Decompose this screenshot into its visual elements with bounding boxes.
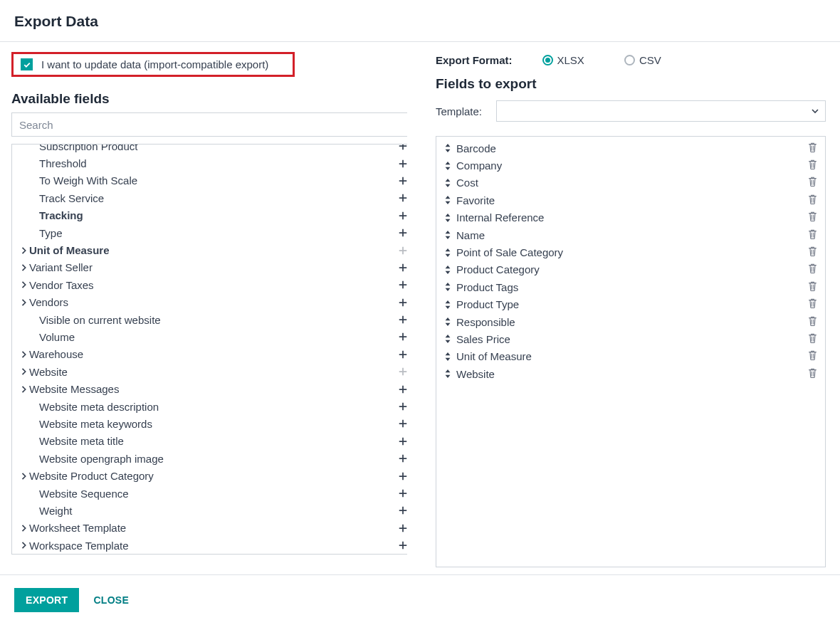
expand-icon[interactable] (19, 384, 29, 395)
available-field-row[interactable]: Volume (12, 328, 407, 345)
expand-icon[interactable] (19, 279, 29, 290)
add-field-icon[interactable] (397, 452, 407, 465)
available-field-row[interactable]: Website Product Category (12, 467, 407, 484)
add-field-icon[interactable] (397, 209, 407, 222)
remove-field-icon[interactable] (808, 316, 819, 328)
expand-icon[interactable] (19, 366, 29, 377)
remove-field-icon[interactable] (808, 281, 819, 293)
add-field-icon[interactable] (397, 330, 407, 343)
add-field-icon[interactable] (397, 522, 407, 535)
search-input[interactable] (11, 112, 407, 137)
expand-icon[interactable] (19, 522, 29, 534)
available-field-row[interactable]: Website Messages (12, 380, 407, 397)
expand-icon[interactable] (19, 349, 29, 360)
available-field-row[interactable]: Vendors (12, 294, 407, 311)
export-field-row[interactable]: Favorite (442, 191, 819, 209)
sort-handle-icon[interactable] (442, 162, 453, 170)
remove-field-icon[interactable] (808, 211, 819, 224)
sort-handle-icon[interactable] (442, 369, 453, 378)
export-field-row[interactable]: Responsible (442, 313, 819, 330)
close-button[interactable]: CLOSE (89, 588, 133, 612)
add-field-icon[interactable] (397, 400, 407, 413)
add-field-icon[interactable] (397, 539, 407, 552)
available-field-row[interactable]: Variant Seller (12, 259, 407, 276)
add-field-icon[interactable] (397, 504, 407, 517)
available-fields-list[interactable]: Subscription ProductThresholdTo Weigh Wi… (11, 144, 407, 555)
remove-field-icon[interactable] (808, 194, 819, 206)
sort-handle-icon[interactable] (442, 317, 453, 326)
add-field-icon[interactable] (397, 470, 407, 483)
export-fields-list[interactable]: BarcodeCompanyCostFavoriteInternal Refer… (436, 136, 826, 567)
export-field-row[interactable]: Product Type (442, 296, 819, 313)
sort-handle-icon[interactable] (442, 214, 453, 222)
remove-field-icon[interactable] (808, 333, 819, 345)
export-field-row[interactable]: Point of Sale Category (442, 243, 819, 261)
expand-icon[interactable] (19, 262, 29, 273)
export-field-row[interactable]: Barcode (442, 140, 819, 157)
template-select[interactable] (496, 100, 826, 122)
remove-field-icon[interactable] (808, 142, 819, 154)
export-field-row[interactable]: Unit of Measure (442, 348, 819, 365)
add-field-icon[interactable] (397, 144, 407, 152)
available-field-row[interactable]: Weight (12, 502, 407, 519)
export-field-row[interactable]: Product Category (442, 261, 819, 278)
export-field-row[interactable]: Company (442, 157, 819, 174)
add-field-icon[interactable] (397, 487, 407, 500)
expand-icon[interactable] (19, 245, 29, 256)
radio-xlsx[interactable]: XLSX (542, 54, 584, 66)
remove-field-icon[interactable] (808, 350, 819, 362)
remove-field-icon[interactable] (808, 177, 819, 189)
available-field-row[interactable]: Website meta keywords (12, 415, 407, 432)
available-field-row[interactable]: To Weigh With Scale (12, 172, 407, 189)
add-field-icon[interactable] (397, 435, 407, 448)
sort-handle-icon[interactable] (442, 144, 453, 152)
sort-handle-icon[interactable] (442, 266, 453, 274)
sort-handle-icon[interactable] (442, 196, 453, 204)
add-field-icon[interactable] (397, 313, 407, 326)
sort-handle-icon[interactable] (442, 231, 453, 239)
available-field-row[interactable]: Website (12, 363, 407, 380)
add-field-icon[interactable] (397, 296, 407, 309)
sort-handle-icon[interactable] (442, 179, 453, 187)
sort-handle-icon[interactable] (442, 352, 453, 361)
available-field-row[interactable]: Website opengraph image (12, 450, 407, 467)
remove-field-icon[interactable] (808, 263, 819, 275)
sort-handle-icon[interactable] (442, 300, 453, 309)
add-field-icon[interactable] (397, 157, 407, 170)
add-field-icon[interactable] (397, 226, 407, 239)
export-field-row[interactable]: Website (442, 365, 819, 382)
add-field-icon[interactable] (397, 191, 407, 204)
available-field-row[interactable]: Tracking (12, 207, 407, 224)
remove-field-icon[interactable] (808, 298, 819, 310)
remove-field-icon[interactable] (808, 159, 819, 172)
available-field-row[interactable]: Worksheet Template (12, 520, 407, 537)
expand-icon[interactable] (19, 540, 29, 551)
update-data-checkbox[interactable] (21, 58, 33, 70)
available-field-row[interactable]: Track Service (12, 189, 407, 206)
available-field-row[interactable]: Vendor Taxes (12, 276, 407, 293)
add-field-icon[interactable] (397, 383, 407, 396)
available-field-row[interactable]: Website meta description (12, 398, 407, 415)
remove-field-icon[interactable] (808, 368, 819, 380)
add-field-icon[interactable] (397, 348, 407, 361)
export-field-row[interactable]: Internal Reference (442, 209, 819, 226)
expand-icon[interactable] (19, 471, 29, 482)
available-field-row[interactable]: Threshold (12, 154, 407, 172)
available-field-row[interactable]: Website meta title (12, 433, 407, 450)
available-field-row[interactable]: Website Sequence (12, 485, 407, 502)
sort-handle-icon[interactable] (442, 335, 453, 343)
available-field-row[interactable]: Unit of Measure (12, 241, 407, 258)
available-field-row[interactable]: Visible on current website (12, 311, 407, 328)
add-field-icon[interactable] (397, 261, 407, 274)
export-field-row[interactable]: Name (442, 226, 819, 243)
sort-handle-icon[interactable] (442, 248, 453, 257)
sort-handle-icon[interactable] (442, 283, 453, 291)
available-field-row[interactable]: Workspace Template (12, 537, 407, 554)
expand-icon[interactable] (19, 297, 29, 308)
available-field-row[interactable]: Warehouse (12, 346, 407, 363)
add-field-icon[interactable] (397, 278, 407, 291)
available-field-row[interactable]: Subscription Product (12, 144, 407, 154)
add-field-icon[interactable] (397, 174, 407, 187)
export-field-row[interactable]: Cost (442, 174, 819, 191)
available-field-row[interactable]: Type (12, 224, 407, 241)
